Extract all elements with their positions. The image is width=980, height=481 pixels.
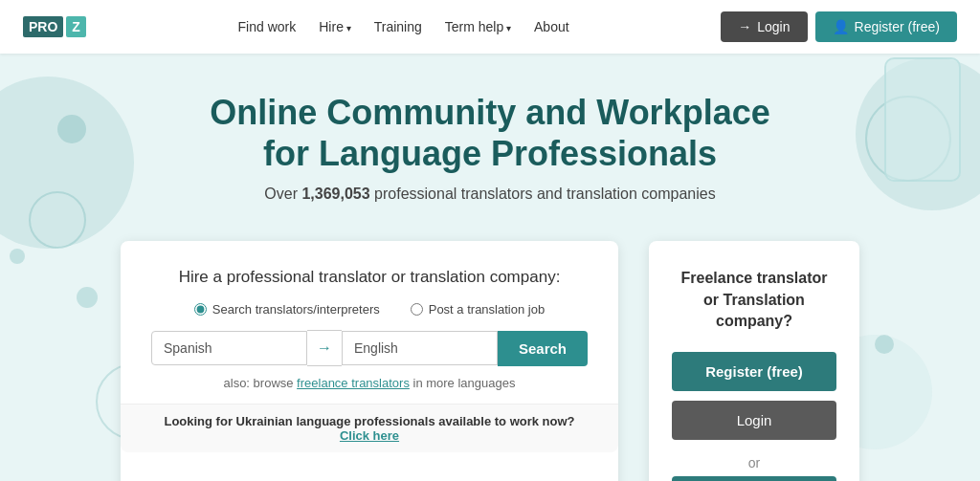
also-prefix: also: browse <box>224 376 298 390</box>
or-text: or <box>672 455 836 470</box>
hire-link[interactable]: Hire <box>319 19 350 34</box>
arrow-icon: → <box>307 330 342 366</box>
radio-post-text: Post a translation job <box>429 302 545 317</box>
nav-actions: → Login 👤 Register (free) <box>721 11 957 42</box>
login-icon: → <box>738 19 751 34</box>
right-card: Freelance translator or Translation comp… <box>649 241 859 481</box>
register-free-button[interactable]: Register (free) <box>672 352 836 391</box>
ukraine-click-here-link[interactable]: Click here <box>340 428 399 443</box>
term-help-link[interactable]: Term help <box>445 19 511 34</box>
freelance-translators-link[interactable]: freelance translators <box>297 376 410 390</box>
also-suffix: in more languages <box>410 376 516 390</box>
radio-group: Search translators/interpreters Post a t… <box>151 302 588 317</box>
training-link[interactable]: Training <box>374 19 422 34</box>
register-button[interactable]: 👤 Register (free) <box>815 11 957 42</box>
hero-title: Online Community and Workplace for Langu… <box>23 92 957 174</box>
logo-pro-text: PRO <box>23 16 63 37</box>
about-link[interactable]: About <box>534 19 569 34</box>
ukraine-notice: Looking for Ukrainian language professio… <box>121 404 618 452</box>
navbar: PROZ Find work Hire Training Term help A… <box>0 0 980 54</box>
source-language-select[interactable]: Spanish English French German <box>151 331 307 365</box>
hero-title-line1: Online Community and Workplace <box>210 93 769 132</box>
register-label: Register (free) <box>855 19 940 34</box>
logo[interactable]: PROZ <box>23 16 86 37</box>
radio-search[interactable] <box>194 303 207 316</box>
hero-section: Online Community and Workplace for Langu… <box>0 54 980 222</box>
radio-post[interactable] <box>411 303 423 316</box>
find-work-link[interactable]: Find work <box>238 19 297 34</box>
nav-about[interactable]: About <box>534 18 569 35</box>
hero-subtitle: Over 1,369,053 professional translators … <box>23 186 957 203</box>
nav-links: Find work Hire Training Term help About <box>238 18 569 35</box>
target-language-select[interactable]: English Spanish French German <box>342 331 498 365</box>
nav-find-work[interactable]: Find work <box>238 18 297 35</box>
hero-title-line2: for Language Professionals <box>263 134 717 173</box>
logo-z-text: Z <box>66 16 86 37</box>
nav-term-help[interactable]: Term help <box>445 18 511 35</box>
right-card-heading: Freelance translator or Translation comp… <box>672 268 836 332</box>
main-content: Hire a professional translator or transl… <box>0 222 980 481</box>
nav-hire[interactable]: Hire <box>319 18 350 35</box>
login-big-button[interactable]: Login <box>672 401 836 440</box>
nav-training[interactable]: Training <box>374 18 422 35</box>
radio-search-text: Search translators/interpreters <box>212 302 380 317</box>
search-row: Spanish English French German → English … <box>151 330 588 366</box>
login-button[interactable]: → Login <box>721 11 807 42</box>
search-button[interactable]: Search <box>498 331 588 366</box>
search-card: Hire a professional translator or transl… <box>121 241 618 481</box>
login-label: Login <box>757 19 790 34</box>
person-icon: 👤 <box>833 19 849 34</box>
radio-post-label[interactable]: Post a translation job <box>411 302 545 317</box>
search-card-heading: Hire a professional translator or transl… <box>151 268 588 287</box>
ukraine-notice-text: Looking for Ukrainian language professio… <box>164 414 574 443</box>
radio-search-label[interactable]: Search translators/interpreters <box>194 302 380 317</box>
also-browse-text: also: browse freelance translators in mo… <box>151 376 588 390</box>
browse-jobs-button[interactable]: Browse jobs <box>672 476 836 481</box>
